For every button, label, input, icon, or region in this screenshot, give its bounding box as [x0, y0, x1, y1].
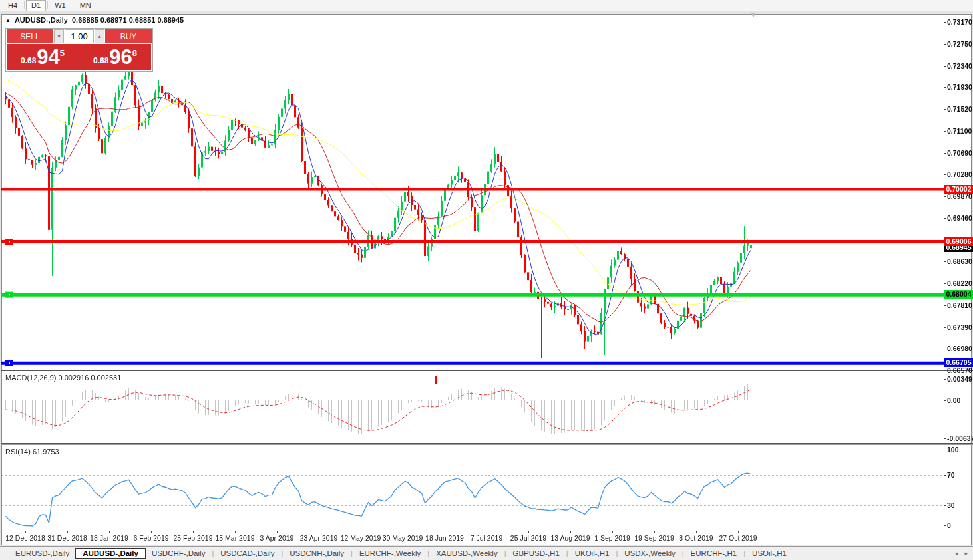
chart-title-row: ▲ AUDUSD-,Daily 0.68885 0.68971 0.68851 … — [5, 16, 184, 24]
sell-price-big: 94 — [37, 45, 59, 69]
tab-scroll-arrows: ◂ ▸ — [955, 550, 968, 557]
price-axis-label: 0.67390 — [947, 323, 972, 331]
tab-eurusd-daily[interactable]: EURUSD-,Daily — [9, 549, 75, 558]
date-axis-label: 8 Oct 2019 — [679, 534, 713, 542]
price-axis-label: 0.69870 — [947, 192, 972, 200]
mt4-window: H4D1W1MN ▲ AUDUSD-,Daily 0.68885 0.68971… — [0, 0, 973, 560]
chart-canvas[interactable] — [0, 0, 973, 560]
price-axis-label: 0.70280 — [947, 170, 972, 178]
tab-eurchf-weekly[interactable]: EURCHF-,Weekly — [353, 549, 427, 558]
hline-price-marker: 0.69006 — [944, 237, 973, 246]
date-axis-label: 27 Oct 2019 — [719, 534, 757, 542]
date-axis-label: 15 Mar 2019 — [216, 534, 255, 542]
sell-button[interactable]: SELL — [7, 29, 53, 43]
date-axis-label: 7 Jul 2019 — [471, 534, 502, 542]
tab-separator: | — [427, 549, 429, 557]
volume-decrease-button[interactable]: ▼ — [54, 29, 64, 43]
date-axis-label: 3 Apr 2019 — [260, 534, 294, 542]
date-axis-label: 6 Feb 2019 — [133, 534, 168, 542]
tab-separator: | — [743, 549, 745, 557]
price-axis-label: 0.69460 — [947, 214, 972, 222]
chart-symbol-title: AUDUSD-,Daily — [15, 16, 68, 24]
timeframe-button-h4[interactable]: H4 — [3, 0, 23, 11]
price-axis-label: 0.68630 — [947, 257, 972, 265]
buy-price-sup: 8 — [132, 48, 137, 58]
price-axis-label: 0.71930 — [947, 83, 972, 91]
macd-axis-label: 0.00 — [947, 396, 960, 404]
timeframe-button-mn[interactable]: MN — [75, 0, 97, 11]
macd-axis-label: -0.00637 — [947, 434, 973, 442]
macd-axis-label: 0.00349 — [947, 375, 972, 383]
price-axis-label: 0.67810 — [947, 301, 972, 309]
timeframe-button-w1[interactable]: W1 — [49, 0, 71, 11]
sell-price-sup: 5 — [60, 48, 65, 58]
toolbar-separator — [98, 1, 98, 9]
macd-indicator-label: MACD(12,26,9) 0.002916 0.002531 — [5, 374, 121, 382]
tab-separator: | — [616, 549, 618, 557]
volume-input[interactable] — [65, 29, 94, 43]
price-axis-label: 0.68220 — [947, 279, 972, 287]
date-axis-label: 31 Dec 2018 — [47, 534, 87, 542]
tab-separator: | — [212, 549, 214, 557]
date-axis-label: 12 May 2019 — [341, 534, 381, 542]
tab-separator: | — [351, 549, 353, 557]
hline-price-marker: 0.70002 — [944, 185, 973, 194]
sell-price-box[interactable]: 0.68 94 5 — [7, 44, 79, 70]
toolbar-separator — [73, 1, 73, 9]
tab-usdcnh-daily[interactable]: USDCNH-,Daily — [284, 549, 350, 558]
tab-xauusd-weekly[interactable]: XAUUSD-,Weekly — [430, 549, 503, 558]
sell-price-prefix: 0.68 — [21, 56, 36, 65]
date-axis-label: 1 Sep 2019 — [594, 534, 630, 542]
buy-price-big: 96 — [109, 45, 132, 69]
tab-audusd-daily[interactable]: AUDUSD-,Daily — [75, 548, 146, 559]
tab-separator: | — [504, 549, 506, 557]
buy-price-prefix: 0.68 — [93, 56, 108, 65]
volume-increase-button[interactable]: ▲ — [95, 29, 104, 43]
rsi-axis-label: 30 — [947, 501, 955, 509]
tab-usdchf-daily[interactable]: USDCHF-,Daily — [146, 549, 212, 558]
tab-usoil-h1[interactable]: USOil-,H1 — [746, 549, 793, 558]
date-axis-label: 30 May 2019 — [383, 534, 423, 542]
rsi-axis-label: 70 — [947, 471, 955, 479]
price-axis-label: 0.72340 — [947, 62, 972, 70]
price-axis-label: 0.66570 — [947, 366, 972, 374]
price-axis-label: 0.72750 — [947, 40, 972, 48]
tab-scroll-left-icon[interactable]: ◂ — [955, 550, 958, 557]
price-axis-label: 0.71100 — [947, 127, 972, 135]
tab-usdcad-daily[interactable]: USDCAD-,Daily — [214, 549, 280, 558]
tab-ukoil-h1[interactable]: UKOil-,H1 — [569, 549, 616, 558]
rsi-axis-label: 0 — [947, 521, 951, 529]
date-axis-label: 25 Jul 2019 — [510, 534, 546, 542]
toolbar-separator — [47, 1, 48, 9]
tab-eurchf-h1[interactable]: EURCHF-,H1 — [685, 549, 743, 558]
hline-price-marker: 0.66705 — [944, 358, 973, 367]
date-axis-label: 23 Apr 2019 — [300, 534, 338, 542]
timeframe-toolbar: H4D1W1MN — [0, 0, 973, 11]
hline-price-marker: 0.68004 — [944, 290, 973, 299]
chart-tabs: EURUSD-,DailyAUDUSD-,DailyUSDCHF-,Daily|… — [9, 548, 793, 559]
tab-usdx-weekly[interactable]: USDX-,Weekly — [618, 549, 681, 558]
date-axis-label: 12 Dec 2018 — [5, 534, 45, 542]
tab-separator: | — [682, 549, 684, 557]
buy-button[interactable]: BUY — [105, 29, 152, 43]
date-axis-label: 25 Feb 2019 — [174, 534, 213, 542]
price-axis-label: 0.71520 — [947, 105, 972, 113]
chart-shift-marker-icon[interactable]: ▼ — [750, 11, 757, 19]
rsi-axis-label: 100 — [947, 446, 959, 454]
buy-price-box[interactable]: 0.68 96 8 — [79, 44, 151, 70]
price-axis-label: 0.73170 — [947, 18, 972, 26]
rsi-indicator-label: RSI(14) 61.9753 — [5, 448, 59, 456]
date-axis-label: 18 Jun 2019 — [425, 534, 464, 542]
tab-separator: | — [281, 549, 283, 557]
date-axis-label: 13 Aug 2019 — [551, 534, 590, 542]
tab-separator: | — [566, 549, 568, 557]
timeframe-button-d1[interactable]: D1 — [26, 0, 46, 11]
collapse-chart-icon[interactable]: ▲ — [5, 17, 11, 23]
date-axis-label: 18 Jan 2019 — [90, 534, 128, 542]
date-axis-label: 19 Sep 2019 — [634, 534, 674, 542]
tab-gbpusd-h1[interactable]: GBPUSD-,H1 — [507, 549, 566, 558]
one-click-trading-panel: SELL ▼ ▲ BUY 0.68 94 5 0.68 96 8 — [5, 28, 153, 72]
tab-scroll-right-icon[interactable]: ▸ — [964, 550, 968, 557]
price-axis-label: 0.66980 — [947, 345, 972, 352]
chart-ohlc-values: 0.68885 0.68971 0.68851 0.68945 — [72, 16, 184, 24]
